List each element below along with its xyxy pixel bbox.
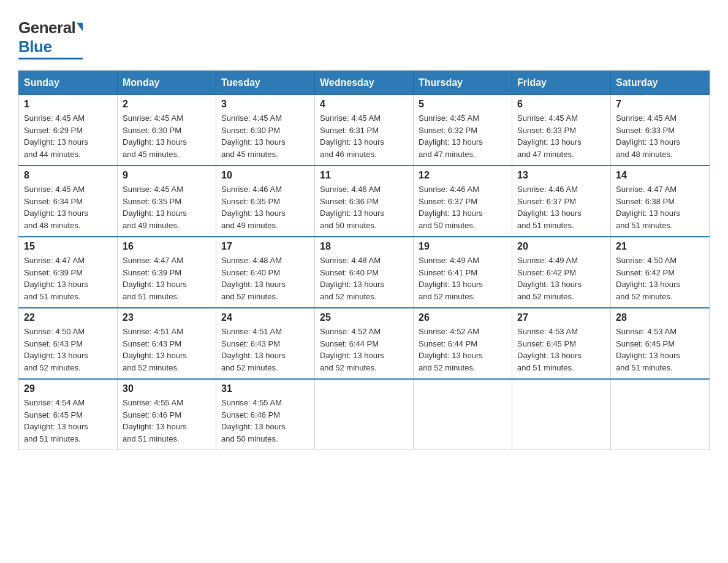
header-saturday: Saturday [611,71,710,95]
day-info: Sunrise: 4:55 AMSunset: 6:46 PMDaylight:… [123,397,211,445]
header-tuesday: Tuesday [216,71,315,95]
calendar-day-cell: 22Sunrise: 4:50 AMSunset: 6:43 PMDayligh… [19,308,118,379]
calendar-day-cell: 24Sunrise: 4:51 AMSunset: 6:43 PMDayligh… [216,308,315,379]
day-info: Sunrise: 4:52 AMSunset: 6:44 PMDaylight:… [419,326,507,373]
day-info: Sunrise: 4:46 AMSunset: 6:37 PMDaylight:… [419,183,507,231]
day-number: 15 [24,241,112,252]
calendar-day-cell: 28Sunrise: 4:53 AMSunset: 6:45 PMDayligh… [611,308,710,379]
calendar-week-row: 29Sunrise: 4:54 AMSunset: 6:45 PMDayligh… [19,379,710,450]
calendar-week-row: 1Sunrise: 4:45 AMSunset: 6:29 PMDaylight… [19,95,710,166]
calendar-day-cell: 31Sunrise: 4:55 AMSunset: 6:46 PMDayligh… [216,379,315,450]
day-info: Sunrise: 4:53 AMSunset: 6:45 PMDaylight:… [616,326,704,373]
day-number: 16 [123,241,211,252]
calendar-day-cell [414,379,512,450]
day-info: Sunrise: 4:48 AMSunset: 6:40 PMDaylight:… [320,255,408,302]
day-number: 5 [419,99,507,110]
day-number: 22 [24,312,112,323]
day-number: 18 [320,241,408,252]
day-info: Sunrise: 4:49 AMSunset: 6:42 PMDaylight:… [517,255,605,302]
day-number: 4 [320,99,408,110]
day-number: 2 [123,99,211,110]
day-number: 11 [320,170,408,181]
day-info: Sunrise: 4:50 AMSunset: 6:43 PMDaylight:… [24,326,112,373]
day-info: Sunrise: 4:45 AMSunset: 6:31 PMDaylight:… [320,112,408,160]
logo-blue-part [75,25,83,31]
calendar-day-cell: 6Sunrise: 4:45 AMSunset: 6:33 PMDaylight… [512,95,611,166]
day-number: 27 [517,312,605,323]
page-header: General Blue [18,12,710,59]
header-wednesday: Wednesday [315,71,414,95]
day-number: 3 [221,99,309,110]
day-number: 8 [24,170,112,181]
day-number: 29 [24,383,112,394]
day-info: Sunrise: 4:54 AMSunset: 6:45 PMDaylight:… [24,397,112,445]
day-info: Sunrise: 4:55 AMSunset: 6:46 PMDaylight:… [221,397,309,445]
calendar-week-row: 15Sunrise: 4:47 AMSunset: 6:39 PMDayligh… [19,237,710,308]
logo-triangle-icon [77,23,83,31]
day-info: Sunrise: 4:45 AMSunset: 6:30 PMDaylight:… [221,112,309,160]
day-number: 9 [123,170,211,181]
day-info: Sunrise: 4:46 AMSunset: 6:36 PMDaylight:… [320,183,408,231]
day-info: Sunrise: 4:45 AMSunset: 6:35 PMDaylight:… [123,183,211,231]
day-number: 25 [320,312,408,323]
calendar-day-cell: 14Sunrise: 4:47 AMSunset: 6:38 PMDayligh… [611,166,710,237]
day-number: 28 [616,312,704,323]
calendar-day-cell: 30Sunrise: 4:55 AMSunset: 6:46 PMDayligh… [118,379,216,450]
day-number: 7 [616,99,704,110]
calendar-day-cell: 19Sunrise: 4:49 AMSunset: 6:41 PMDayligh… [414,237,512,308]
calendar-day-cell: 23Sunrise: 4:51 AMSunset: 6:43 PMDayligh… [118,308,216,379]
day-number: 26 [419,312,507,323]
calendar-day-cell: 25Sunrise: 4:52 AMSunset: 6:44 PMDayligh… [315,308,414,379]
day-number: 30 [123,383,211,394]
calendar-day-cell: 9Sunrise: 4:45 AMSunset: 6:35 PMDaylight… [118,166,216,237]
calendar-day-cell: 1Sunrise: 4:45 AMSunset: 6:29 PMDaylight… [19,95,118,166]
calendar-day-cell: 7Sunrise: 4:45 AMSunset: 6:33 PMDaylight… [611,95,710,166]
day-info: Sunrise: 4:45 AMSunset: 6:32 PMDaylight:… [419,112,507,160]
header-sunday: Sunday [19,71,118,95]
calendar-header-row: Sunday Monday Tuesday Wednesday Thursday… [19,71,710,95]
day-number: 19 [419,241,507,252]
day-info: Sunrise: 4:47 AMSunset: 6:39 PMDaylight:… [24,255,112,302]
day-info: Sunrise: 4:48 AMSunset: 6:40 PMDaylight:… [221,255,309,302]
day-number: 24 [221,312,309,323]
day-info: Sunrise: 4:53 AMSunset: 6:45 PMDaylight:… [517,326,605,373]
day-number: 20 [517,241,605,252]
day-info: Sunrise: 4:46 AMSunset: 6:37 PMDaylight:… [517,183,605,231]
day-info: Sunrise: 4:52 AMSunset: 6:44 PMDaylight:… [320,326,408,373]
calendar-week-row: 22Sunrise: 4:50 AMSunset: 6:43 PMDayligh… [19,308,710,379]
calendar-day-cell [611,379,710,450]
calendar-day-cell: 10Sunrise: 4:46 AMSunset: 6:35 PMDayligh… [216,166,315,237]
day-info: Sunrise: 4:51 AMSunset: 6:43 PMDaylight:… [221,326,309,373]
day-info: Sunrise: 4:50 AMSunset: 6:42 PMDaylight:… [616,255,704,302]
day-info: Sunrise: 4:45 AMSunset: 6:30 PMDaylight:… [123,112,211,160]
calendar-day-cell: 27Sunrise: 4:53 AMSunset: 6:45 PMDayligh… [512,308,611,379]
day-number: 31 [221,383,309,394]
day-info: Sunrise: 4:45 AMSunset: 6:33 PMDaylight:… [517,112,605,160]
calendar-day-cell: 13Sunrise: 4:46 AMSunset: 6:37 PMDayligh… [512,166,611,237]
day-info: Sunrise: 4:51 AMSunset: 6:43 PMDaylight:… [123,326,211,373]
calendar-day-cell: 4Sunrise: 4:45 AMSunset: 6:31 PMDaylight… [315,95,414,166]
calendar-day-cell: 17Sunrise: 4:48 AMSunset: 6:40 PMDayligh… [216,237,315,308]
day-number: 6 [517,99,605,110]
day-info: Sunrise: 4:46 AMSunset: 6:35 PMDaylight:… [221,183,309,231]
day-number: 13 [517,170,605,181]
calendar-week-row: 8Sunrise: 4:45 AMSunset: 6:34 PMDaylight… [19,166,710,237]
header-friday: Friday [512,71,611,95]
day-info: Sunrise: 4:49 AMSunset: 6:41 PMDaylight:… [419,255,507,302]
logo-underline [18,58,83,59]
calendar-day-cell: 21Sunrise: 4:50 AMSunset: 6:42 PMDayligh… [611,237,710,308]
day-info: Sunrise: 4:45 AMSunset: 6:33 PMDaylight:… [616,112,704,160]
day-number: 12 [419,170,507,181]
calendar-day-cell: 29Sunrise: 4:54 AMSunset: 6:45 PMDayligh… [19,379,118,450]
header-monday: Monday [118,71,216,95]
calendar-day-cell: 26Sunrise: 4:52 AMSunset: 6:44 PMDayligh… [414,308,512,379]
logo-general-text: General [18,18,75,37]
calendar-day-cell [512,379,611,450]
logo: General Blue [18,12,83,59]
day-number: 10 [221,170,309,181]
calendar-day-cell: 20Sunrise: 4:49 AMSunset: 6:42 PMDayligh… [512,237,611,308]
day-number: 23 [123,312,211,323]
calendar-table: Sunday Monday Tuesday Wednesday Thursday… [18,71,710,450]
calendar-day-cell: 18Sunrise: 4:48 AMSunset: 6:40 PMDayligh… [315,237,414,308]
calendar-day-cell: 2Sunrise: 4:45 AMSunset: 6:30 PMDaylight… [118,95,216,166]
